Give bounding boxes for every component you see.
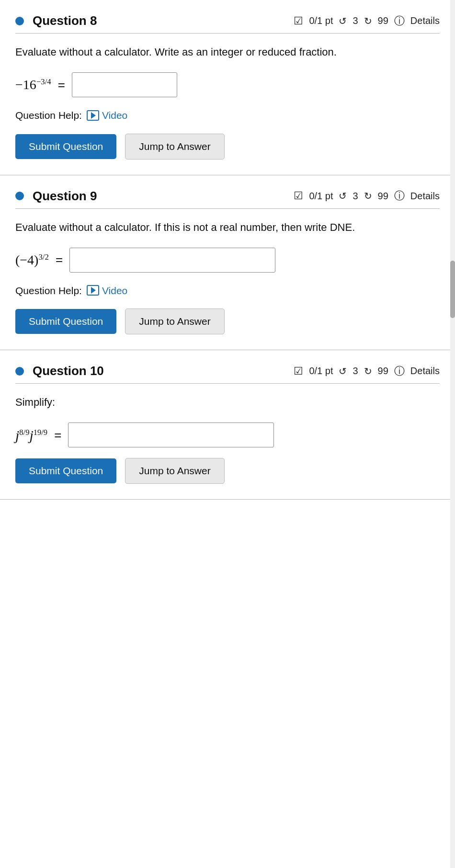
question-8-block: Question 8 ☑ 0/1 pt ↺ 3 ↻ 99 ⓘ Details E…: [0, 0, 455, 175]
q9-video-link[interactable]: Video: [87, 283, 127, 298]
q9-info-icon[interactable]: ⓘ: [394, 189, 405, 203]
question-8-dot: [15, 17, 24, 25]
q10-retry-icon: ↺: [339, 365, 347, 377]
question-9-meta: ☑ 0/1 pt ↺ 3 ↻ 99 ⓘ Details: [294, 189, 440, 203]
q10-math-expr: j8/9j19/9: [15, 424, 47, 446]
q8-submit-button[interactable]: Submit Question: [15, 134, 116, 159]
q10-recycle-count: 99: [378, 365, 388, 377]
q9-instruction: Evaluate without a calculator. If this i…: [15, 219, 440, 235]
question-9-header: Question 9 ☑ 0/1 pt ↺ 3 ↻ 99 ⓘ Details: [15, 189, 440, 209]
scrollbar-thumb[interactable]: [450, 261, 455, 318]
q9-answer-input[interactable]: [69, 248, 275, 273]
q8-checkbox-icon: ☑: [294, 15, 303, 27]
q10-details-link[interactable]: Details: [410, 365, 440, 377]
q8-equals: =: [58, 76, 65, 94]
question-10-body: Simplify: j8/9j19/9 = Submit Question Ju…: [15, 394, 440, 484]
q9-video-label: Video: [102, 283, 127, 298]
question-8-header: Question 8 ☑ 0/1 pt ↺ 3 ↻ 99 ⓘ Details: [15, 13, 440, 34]
q9-play-icon: [87, 285, 99, 296]
q8-answer-input[interactable]: [72, 72, 177, 97]
q9-math-line: (−4)3/2 =: [15, 248, 440, 273]
q8-details-link[interactable]: Details: [410, 15, 440, 26]
q10-checkbox-icon: ☑: [294, 365, 303, 377]
q10-info-icon[interactable]: ⓘ: [394, 364, 405, 378]
q8-play-icon: [87, 110, 99, 121]
q9-math-expr: (−4)3/2: [15, 250, 49, 270]
q9-play-triangle: [91, 287, 96, 294]
q10-recycle-icon: ↻: [364, 365, 372, 377]
q10-retry-count: 3: [353, 365, 358, 377]
question-8-body: Evaluate without a calculator. Write as …: [15, 44, 440, 160]
question-10-meta: ☑ 0/1 pt ↺ 3 ↻ 99 ⓘ Details: [294, 364, 440, 378]
q8-math-line: −16−3/4 =: [15, 72, 440, 97]
question-9-body: Evaluate without a calculator. If this i…: [15, 219, 440, 335]
q9-submit-button[interactable]: Submit Question: [15, 309, 116, 334]
scrollbar-track: [450, 0, 455, 868]
q10-jump-button[interactable]: Jump to Answer: [125, 458, 224, 484]
q8-score: 0/1 pt: [309, 15, 333, 26]
q8-help-label: Question Help:: [15, 108, 82, 123]
q10-math-line: j8/9j19/9 =: [15, 423, 440, 447]
q9-retry-count: 3: [353, 191, 358, 202]
q9-recycle-icon: ↻: [364, 190, 372, 202]
q8-play-triangle: [91, 112, 96, 119]
question-8-title: Question 8: [33, 13, 97, 28]
q8-recycle-icon: ↻: [364, 15, 372, 27]
q8-math-expr: −16−3/4: [15, 75, 51, 95]
q9-checkbox-icon: ☑: [294, 190, 303, 202]
q8-instruction: Evaluate without a calculator. Write as …: [15, 44, 440, 60]
q9-jump-button[interactable]: Jump to Answer: [125, 308, 224, 334]
q9-retry-icon: ↺: [339, 190, 347, 202]
q10-instruction: Simplify:: [15, 394, 440, 410]
q10-submit-button[interactable]: Submit Question: [15, 458, 116, 483]
q10-score: 0/1 pt: [309, 365, 333, 377]
q8-recycle-count: 99: [378, 15, 388, 26]
q9-button-row: Submit Question Jump to Answer: [15, 308, 440, 334]
q8-retry-icon: ↺: [339, 15, 347, 27]
q10-button-row: Submit Question Jump to Answer: [15, 458, 440, 484]
q9-details-link[interactable]: Details: [410, 191, 440, 202]
q9-equals: =: [56, 251, 63, 269]
q9-recycle-count: 99: [378, 191, 388, 202]
question-10-block: Question 10 ☑ 0/1 pt ↺ 3 ↻ 99 ⓘ Details …: [0, 350, 455, 500]
question-8-meta: ☑ 0/1 pt ↺ 3 ↻ 99 ⓘ Details: [294, 14, 440, 28]
q10-equals: =: [54, 426, 61, 445]
q9-help-label: Question Help:: [15, 283, 82, 298]
q9-score: 0/1 pt: [309, 191, 333, 202]
question-10-dot: [15, 367, 24, 376]
q8-info-icon[interactable]: ⓘ: [394, 14, 405, 28]
q8-video-link[interactable]: Video: [87, 108, 127, 123]
question-9-title: Question 9: [33, 189, 97, 204]
question-9-dot: [15, 192, 24, 200]
q8-button-row: Submit Question Jump to Answer: [15, 134, 440, 160]
q10-answer-input[interactable]: [68, 423, 274, 447]
q8-help: Question Help: Video: [15, 108, 440, 123]
q9-help: Question Help: Video: [15, 283, 440, 298]
question-10-title: Question 10: [33, 364, 104, 378]
question-10-header: Question 10 ☑ 0/1 pt ↺ 3 ↻ 99 ⓘ Details: [15, 364, 440, 384]
q8-jump-button[interactable]: Jump to Answer: [125, 134, 224, 160]
q8-retry-count: 3: [353, 15, 358, 26]
q8-video-label: Video: [102, 108, 127, 123]
question-9-block: Question 9 ☑ 0/1 pt ↺ 3 ↻ 99 ⓘ Details E…: [0, 175, 455, 351]
